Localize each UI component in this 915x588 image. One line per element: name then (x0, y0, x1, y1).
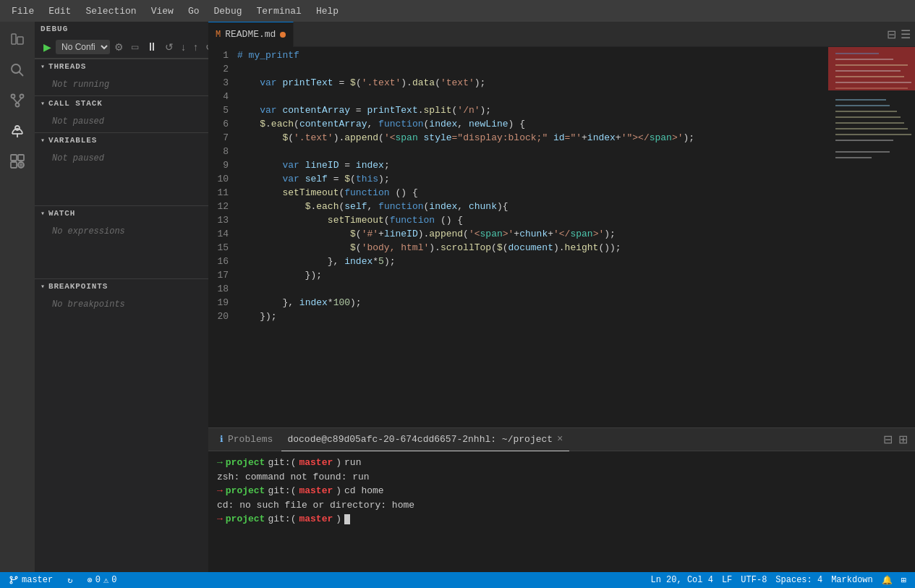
prompt-project-1: project (226, 456, 265, 470)
debug-play-button[interactable]: ▶ (41, 40, 54, 54)
term-cmd-3: cd home (344, 484, 384, 498)
threads-placeholder: Not running (35, 77, 208, 93)
debug-header: DEBUG (35, 22, 208, 36)
svg-point-2 (12, 64, 20, 73)
svg-rect-35 (835, 157, 872, 158)
status-language[interactable]: Markdown (828, 572, 876, 588)
svg-rect-0 (12, 34, 16, 44)
watch-title: WATCH (48, 209, 75, 218)
terminal-tab-close-icon[interactable]: × (557, 433, 563, 445)
term-output-2: zsh: command not found: run (217, 470, 370, 485)
svg-rect-19 (835, 53, 879, 54)
code-line-5: 5 var contentArray = printText.split('/n… (208, 105, 828, 119)
debug-pause-button[interactable]: ⏸ (143, 39, 161, 55)
svg-rect-34 (835, 151, 890, 153)
editor-tab-readme[interactable]: M README.md (208, 22, 294, 47)
code-line-6: 6 $.each(contentArray, function(index, n… (208, 119, 828, 132)
watch-content: No expressions (35, 221, 208, 278)
terminal-tab-bar: ℹ Problems docode@c89d05afc-20-674cdd665… (208, 428, 915, 451)
debug-step-over-button[interactable]: ↺ (162, 40, 176, 54)
terminal-tab-problems[interactable]: ℹ Problems (214, 428, 278, 451)
status-sync[interactable]: ↻ (64, 572, 75, 588)
svg-rect-32 (835, 134, 911, 135)
branch-icon (9, 575, 19, 585)
callstack-header[interactable]: ▾ CALL STACK (35, 96, 208, 111)
svg-rect-24 (835, 82, 911, 83)
terminal-tab-shell[interactable]: docode@c89d05afc-20-674cdd6657-2nhhl: ~/… (281, 428, 569, 451)
breakpoints-arrow-icon: ▾ (41, 282, 46, 291)
term-cmd-1: run (344, 456, 361, 470)
terminal-tab-label: docode@c89d05afc-20-674cdd6657-2nhhl: ~/… (287, 434, 553, 445)
status-spaces[interactable]: Spaces: 4 (773, 572, 825, 588)
layout-icon: ⊞ (901, 575, 906, 586)
menu-file[interactable]: File (6, 3, 40, 20)
callstack-content: Not paused (35, 111, 208, 132)
debug-restart-button[interactable]: ↺ (203, 40, 208, 54)
debug-terminal-button[interactable]: ▭ (128, 41, 142, 54)
svg-rect-33 (835, 140, 893, 141)
code-line-17: 17 }); (208, 270, 828, 284)
activity-extensions[interactable] (5, 149, 30, 174)
status-position[interactable]: Ln 20, Col 4 (648, 572, 716, 588)
status-branch-label: master (22, 575, 53, 585)
status-branch[interactable]: master (6, 572, 56, 588)
prompt-branch-5: master (299, 512, 333, 527)
menu-debug[interactable]: Debug (208, 3, 247, 20)
callstack-arrow-icon: ▾ (41, 99, 46, 108)
terminal-maximize-button[interactable]: ⊞ (897, 431, 909, 448)
debug-config-select[interactable]: No Confi Launch Attach (56, 40, 110, 54)
code-editor[interactable]: 1 # my_printf 2 3 var printText = $('.te… (208, 47, 828, 427)
code-line-9: 9 var lineID = index; (208, 160, 828, 174)
debug-step-into-button[interactable]: ↓ (178, 40, 189, 54)
terminal-split-button[interactable]: ⊟ (882, 431, 894, 448)
svg-rect-29 (835, 116, 901, 118)
watch-header[interactable]: ▾ WATCH (35, 206, 208, 221)
debug-step-out-button[interactable]: ↑ (190, 40, 201, 54)
terminal-content[interactable]: → project git:(master) run zsh: command … (208, 451, 915, 572)
tab-actions: ⊟ ☰ (885, 26, 915, 43)
code-line-13: 13 setTimeout(function () { (208, 215, 828, 229)
status-encoding[interactable]: UTF-8 (738, 572, 770, 588)
code-line-10: 10 var self = $(this); (208, 174, 828, 187)
terminal-line-1: → project git:(master) run (217, 456, 906, 470)
svg-line-8 (17, 98, 22, 103)
activity-explorer[interactable] (5, 27, 30, 52)
bell-icon: 🔔 (882, 575, 893, 586)
activity-scm[interactable] (5, 88, 30, 113)
debug-gear-button[interactable]: ⚙ (111, 40, 127, 54)
activity-search[interactable] (5, 58, 30, 82)
position-label: Ln 20, Col 4 (651, 575, 713, 585)
status-layout[interactable]: ⊞ (898, 572, 909, 588)
svg-rect-21 (835, 64, 908, 66)
svg-point-37 (15, 576, 17, 579)
more-actions-button[interactable]: ☰ (899, 26, 912, 43)
threads-content: Not running (35, 74, 208, 95)
menu-edit[interactable]: Edit (43, 3, 77, 20)
split-editor-button[interactable]: ⊟ (885, 26, 898, 43)
code-line-11: 11 setTimeout(function () { (208, 187, 828, 201)
tab-modified-dot (280, 32, 286, 38)
status-errors[interactable]: ⊗ 0 ⚠ 0 (84, 572, 119, 588)
menu-help[interactable]: Help (310, 3, 344, 20)
menu-go[interactable]: Go (182, 3, 205, 20)
status-bell[interactable]: 🔔 (879, 572, 895, 588)
prompt-arrow-1: → (217, 456, 223, 470)
variables-header[interactable]: ▾ VARIABLES (35, 133, 208, 148)
activity-debug-icon[interactable] (5, 119, 30, 143)
menu-terminal[interactable]: Terminal (251, 3, 307, 20)
variables-content: Not paused (35, 148, 208, 205)
sidebar: DEBUG ▶ No Confi Launch Attach ⚙ ▭ ⏸ ↺ ↓… (35, 22, 208, 572)
breakpoints-header[interactable]: ▾ BREAKPOINTS (35, 279, 208, 294)
menu-selection[interactable]: Selection (80, 3, 142, 20)
error-icon: ⊗ (87, 575, 92, 586)
terminal-line-5: → project git:(master) (217, 512, 906, 527)
svg-rect-30 (835, 122, 904, 124)
code-line-14: 14 $('#'+lineID).append('<span>'+chunk+'… (208, 229, 828, 242)
threads-header[interactable]: ▾ THREADS (35, 59, 208, 74)
menu-view[interactable]: View (145, 3, 179, 20)
code-line-15: 15 $('body, html').scrollTop($(document)… (208, 242, 828, 256)
svg-line-3 (20, 72, 24, 77)
status-line-ending[interactable]: LF (719, 572, 735, 588)
error-count: 0 (95, 575, 101, 585)
threads-title: THREADS (48, 62, 86, 71)
